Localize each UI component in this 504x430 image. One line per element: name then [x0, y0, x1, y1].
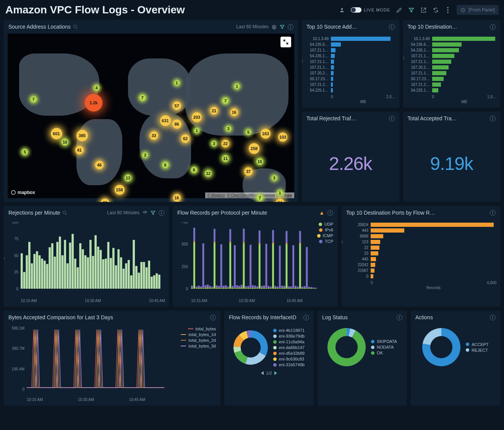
edit-icon[interactable] [395, 6, 402, 13]
info-icon[interactable]: i [159, 210, 164, 216]
legend-item[interactable]: total_bytes [181, 327, 216, 331]
svg-rect-25 [51, 243, 53, 289]
map-pin[interactable]: 16 [230, 108, 238, 116]
layers-icon[interactable] [272, 24, 277, 29]
map-pin[interactable]: 30 [101, 199, 109, 202]
legend-item[interactable]: SKIPDATA [371, 339, 397, 344]
warning-icon[interactable]: ▲ [319, 210, 324, 216]
svg-rect-45 [102, 259, 104, 289]
info-icon[interactable]: i [288, 24, 293, 30]
map-pin[interactable]: 33 [150, 131, 158, 140]
info-icon[interactable]: i [389, 116, 395, 121]
map-pin[interactable]: 22 [222, 140, 229, 147]
legend-item[interactable]: TCP [317, 239, 334, 244]
map-pin[interactable]: 385 [76, 130, 88, 141]
map-pin[interactable]: 1 [194, 128, 199, 133]
legend-item[interactable]: NODATA [371, 345, 394, 349]
legend-item[interactable]: OK [371, 351, 383, 355]
map-pin[interactable]: 163 [261, 129, 271, 139]
legend-item[interactable]: total_bytes_2d [181, 338, 216, 343]
bar-row: 107.21.2… [407, 82, 497, 87]
map-pin[interactable]: 15 [256, 158, 263, 165]
legend-item[interactable]: eni-da66b147 [273, 345, 305, 350]
map-pin[interactable]: 13 [125, 175, 131, 181]
filter-icon[interactable] [280, 24, 285, 29]
map-pin[interactable]: 1 [277, 190, 283, 196]
legend-item[interactable]: eni-d5e32b89 [273, 351, 305, 356]
map-pin[interactable]: 86 [172, 120, 182, 129]
map-pin[interactable]: 62 [181, 134, 190, 143]
map-pin[interactable]: 11 [222, 155, 229, 162]
bar-row: 8088 [345, 233, 496, 239]
map-pin[interactable]: 258 [249, 143, 259, 154]
expand-icon[interactable] [280, 37, 291, 47]
layers-icon[interactable] [143, 210, 147, 215]
map-pin[interactable]: 7 [222, 98, 229, 104]
world-map[interactable]: mapbox © Mapbox © OpenStreetMap Improve … [8, 34, 294, 198]
share-icon[interactable] [420, 6, 427, 13]
refresh-icon[interactable] [432, 6, 439, 13]
map-pin[interactable]: 5 [22, 149, 28, 155]
legend-item[interactable]: UDP [317, 222, 334, 226]
map-pin[interactable]: 3 [211, 141, 217, 146]
map-pin[interactable]: 103 [278, 133, 287, 142]
user-icon[interactable] [339, 6, 345, 13]
svg-rect-63 [148, 261, 150, 289]
legend-item[interactable]: total_bytes_1d [181, 332, 216, 337]
map-pin[interactable]: 57 [173, 102, 181, 110]
legend-item[interactable]: eni-11c6a94a [273, 339, 305, 344]
bar-row: 23242 [345, 262, 496, 268]
legend-item[interactable]: eni-9c630c83 [273, 357, 304, 361]
kebab-icon[interactable] [444, 6, 451, 13]
map-pin[interactable]: 158 [115, 185, 125, 195]
info-icon[interactable]: i [210, 315, 216, 320]
legend-item[interactable]: ICMP [317, 233, 334, 238]
map-pin[interactable]: 5 [246, 129, 251, 135]
map-pin[interactable]: 54 [276, 199, 284, 202]
map-pin[interactable]: 7 [31, 96, 37, 102]
map-pin[interactable]: 12 [205, 170, 212, 177]
map-pin[interactable]: 1.2k [85, 94, 102, 112]
map-pin[interactable]: 4 [94, 85, 99, 91]
legend-item[interactable]: eni-936e79db [273, 334, 305, 338]
map-pin[interactable]: 1 [234, 84, 240, 89]
filter-icon[interactable] [408, 6, 415, 13]
legend-item[interactable]: IPv6 [317, 228, 334, 232]
map-pin[interactable]: 7 [139, 95, 146, 101]
map-pin[interactable]: 6 [162, 162, 169, 168]
map-pin[interactable]: 8 [191, 167, 197, 173]
filter-icon[interactable] [151, 210, 156, 215]
map-pin[interactable]: 37 [244, 167, 253, 176]
pager[interactable]: 1/2 [224, 371, 314, 378]
info-icon[interactable]: i [490, 116, 496, 121]
search-icon[interactable] [62, 210, 67, 215]
map-pin[interactable]: 21 [210, 107, 218, 115]
map-pin[interactable]: 46 [95, 161, 104, 169]
map-pin[interactable]: 601 [51, 128, 62, 139]
info-icon[interactable]: i [397, 315, 402, 320]
legend-item[interactable]: eni-31b5749b [273, 362, 305, 367]
info-icon[interactable]: i [327, 210, 333, 216]
legend-item[interactable]: total_bytes_3d [181, 344, 216, 348]
info-icon[interactable]: i [303, 315, 309, 320]
map-pin[interactable]: 16 [173, 194, 181, 202]
map-pin[interactable]: 41 [75, 146, 84, 154]
info-icon[interactable]: i [490, 24, 496, 30]
map-pin[interactable]: 3 [272, 175, 277, 181]
legend-item[interactable]: ACCEPT [466, 342, 489, 347]
legend-item[interactable]: eni-4b118871 [273, 328, 305, 333]
live-mode-toggle[interactable]: LIVE MODE [351, 7, 390, 13]
info-icon[interactable]: i [490, 315, 496, 320]
map-pin[interactable]: 10 [62, 139, 68, 145]
search-icon[interactable] [73, 24, 78, 29]
from-panel-selector[interactable]: [From Panel] [457, 5, 499, 15]
info-icon[interactable]: i [389, 24, 395, 30]
map-pin[interactable]: 631 [160, 115, 171, 126]
info-icon[interactable]: i [490, 210, 496, 216]
map-pin[interactable]: 1 [174, 80, 180, 86]
legend-item[interactable]: REJECT [466, 348, 488, 352]
map-pin[interactable]: 2 [143, 152, 148, 158]
map-pin[interactable]: 203 [192, 112, 202, 122]
map-pin[interactable]: 3 [226, 126, 231, 131]
map-pin[interactable]: 7 [257, 195, 263, 201]
